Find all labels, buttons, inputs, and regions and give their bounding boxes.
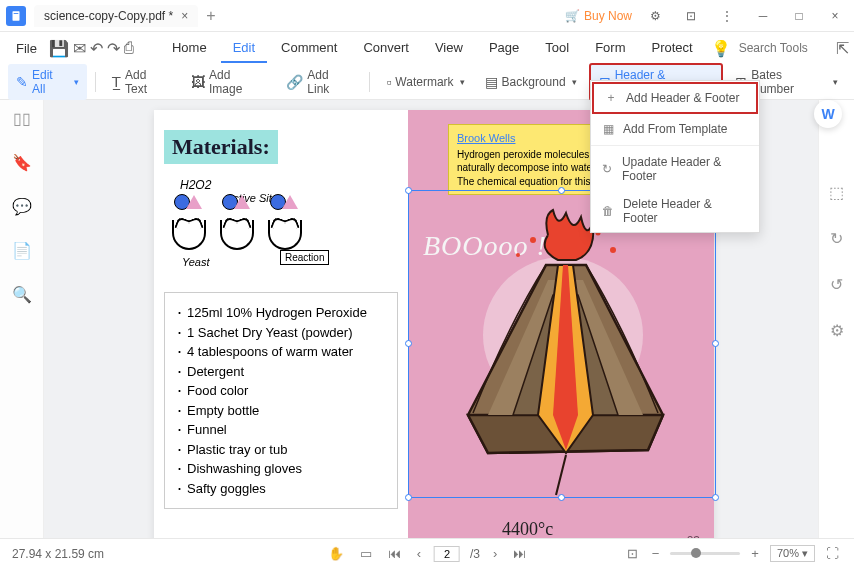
add-text-button[interactable]: T̲ Add Text — [104, 64, 179, 100]
next-page-icon[interactable]: › — [490, 544, 500, 563]
h2o2-label: H2O2 — [180, 178, 211, 192]
rotate-right-icon[interactable]: ↻ — [825, 226, 849, 250]
comments-icon[interactable]: 💬 — [10, 194, 34, 218]
zoom-out-icon[interactable]: − — [649, 544, 663, 563]
add-tab-button[interactable]: + — [206, 7, 215, 25]
tab-edit[interactable]: Edit — [221, 34, 267, 63]
zoom-in-icon[interactable]: + — [748, 544, 762, 563]
dropdown-update[interactable]: ↻ Upadate Header & Footer — [591, 148, 759, 190]
watermark-icon: ▫ — [386, 74, 391, 90]
tab-home[interactable]: Home — [160, 34, 219, 63]
svg-point-5 — [516, 253, 520, 257]
close-window-button[interactable]: × — [822, 3, 848, 29]
dropdown-add-template[interactable]: ▦ Add From Template — [591, 115, 759, 143]
document-tab[interactable]: science-copy-Copy.pdf * × — [34, 5, 198, 27]
save-icon[interactable]: 💾 — [49, 36, 69, 60]
edit-all-button[interactable]: ✎ Edit All ▾ — [8, 64, 87, 100]
resize-handle[interactable] — [405, 187, 412, 194]
reaction-diagram: H2O2 Active Site Yeast Reaction — [164, 178, 398, 278]
bookmarks-icon[interactable]: 🔖 — [10, 150, 34, 174]
page-input[interactable] — [434, 546, 460, 562]
tab-tool[interactable]: Tool — [533, 34, 581, 63]
svg-point-6 — [610, 247, 616, 253]
menu-file[interactable]: File — [8, 37, 45, 60]
background-button[interactable]: ▤ Background ▾ — [477, 70, 585, 94]
tab-convert[interactable]: Convert — [351, 34, 421, 63]
bulb-icon[interactable]: 💡 — [709, 36, 733, 60]
prev-page-icon[interactable]: ‹ — [414, 544, 424, 563]
rotate-left-icon[interactable]: ↺ — [825, 272, 849, 296]
refresh-icon: ↻ — [601, 162, 614, 176]
zoom-value[interactable]: 70% ▾ — [770, 545, 815, 562]
gift-icon[interactable]: ⚙ — [642, 3, 668, 29]
watermark-button[interactable]: ▫ Watermark ▾ — [378, 70, 472, 94]
link-icon: 🔗 — [286, 74, 303, 90]
thumbnails-icon[interactable]: ▯▯ — [10, 106, 34, 130]
list-item: Plastic tray or tub — [177, 440, 385, 460]
search-tools-input[interactable] — [737, 39, 827, 57]
menu-tabs: Home Edit Comment Convert View Page Tool… — [160, 34, 705, 63]
plus-icon: + — [604, 91, 618, 105]
tab-form[interactable]: Form — [583, 34, 637, 63]
buy-now-button[interactable]: 🛒 Buy Now — [565, 9, 632, 23]
search-icon[interactable]: 🔍 — [10, 282, 34, 306]
tab-file-name: science-copy-Copy.pdf * — [44, 9, 173, 23]
svg-rect-0 — [13, 11, 20, 20]
volcano-illustration — [418, 205, 708, 505]
tab-protect[interactable]: Protect — [639, 34, 704, 63]
page-left: Materials: H2O2 Active Site Yeast Reacti… — [154, 110, 408, 558]
undo-icon[interactable]: ↶ — [90, 36, 103, 60]
maximize-button[interactable]: □ — [786, 3, 812, 29]
mail-icon[interactable]: ✉ — [73, 36, 86, 60]
resize-handle[interactable] — [405, 494, 412, 501]
tab-view[interactable]: View — [423, 34, 475, 63]
list-item: 1 Sachet Dry Yeast (powder) — [177, 323, 385, 343]
reaction-label: Reaction — [280, 250, 329, 265]
dropdown-add-header[interactable]: + Add Header & Footer — [592, 82, 758, 114]
share-icon[interactable]: ⇱ — [831, 36, 854, 60]
selection-icon[interactable]: ▭ — [357, 544, 375, 563]
page-total: /3 — [470, 547, 480, 561]
ingredients-list: 125ml 10% Hydrogen Peroxide 1 Sachet Dry… — [164, 292, 398, 509]
add-link-button[interactable]: 🔗 Add Link — [278, 64, 361, 100]
resize-handle[interactable] — [712, 494, 719, 501]
settings-icon[interactable]: ⚙ — [825, 318, 849, 342]
tab-page[interactable]: Page — [477, 34, 531, 63]
resize-handle[interactable] — [558, 187, 565, 194]
svg-point-3 — [530, 237, 536, 243]
list-item: Funnel — [177, 420, 385, 440]
cloud-icon[interactable]: ⊡ — [678, 3, 704, 29]
add-image-button[interactable]: 🖼 Add Image — [183, 64, 274, 100]
temp-text: 4400°c — [502, 519, 553, 540]
zoom-slider[interactable] — [670, 552, 740, 555]
hand-icon[interactable]: ✋ — [325, 544, 347, 563]
fit-icon[interactable]: ⊡ — [624, 544, 641, 563]
yeast-label: Yeast — [182, 256, 210, 268]
word-badge-icon[interactable]: W — [814, 100, 842, 128]
minimize-button[interactable]: ─ — [750, 3, 776, 29]
resize-handle[interactable] — [405, 340, 412, 347]
tab-comment[interactable]: Comment — [269, 34, 349, 63]
chevron-down-icon: ▾ — [833, 77, 838, 87]
first-page-icon[interactable]: ⏮ — [385, 544, 404, 563]
divider — [591, 145, 759, 146]
list-item: 4 tablespoons of warm water — [177, 342, 385, 362]
last-page-icon[interactable]: ⏭ — [510, 544, 529, 563]
list-item: Empty bottle — [177, 401, 385, 421]
list-item: Detergent — [177, 362, 385, 382]
header-footer-dropdown: + Add Header & Footer ▦ Add From Templat… — [590, 80, 760, 233]
crop-icon[interactable]: ⬚ — [825, 180, 849, 204]
fullscreen-icon[interactable]: ⛶ — [823, 544, 842, 563]
close-tab-icon[interactable]: × — [181, 9, 188, 23]
attachments-icon[interactable]: 📄 — [10, 238, 34, 262]
left-sidebar: ▯▯ 🔖 💬 📄 🔍 — [0, 100, 44, 538]
list-item: 125ml 10% Hydrogen Peroxide — [177, 303, 385, 323]
print-icon[interactable]: ⎙ — [124, 36, 134, 60]
resize-handle[interactable] — [712, 340, 719, 347]
chevron-down-icon: ▾ — [572, 77, 577, 87]
background-icon: ▤ — [485, 74, 498, 90]
dropdown-delete[interactable]: 🗑 Delete Header & Footer — [591, 190, 759, 232]
more-icon[interactable]: ⋮ — [714, 3, 740, 29]
redo-icon[interactable]: ↷ — [107, 36, 120, 60]
pencil-icon: ✎ — [16, 74, 28, 90]
